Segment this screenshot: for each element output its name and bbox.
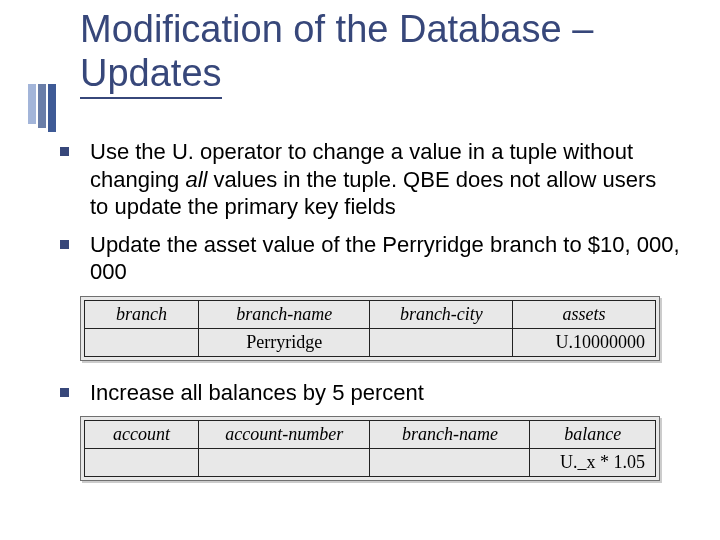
bullet-1-italic: all xyxy=(185,167,207,192)
table-header: account xyxy=(85,421,199,449)
title-line-1: Modification of the Database – xyxy=(80,8,593,50)
qbe-table-2: account account-number branch-name balan… xyxy=(84,420,656,477)
table-header: account-number xyxy=(199,421,370,449)
bullet-3: Increase all balances by 5 percent xyxy=(60,379,680,407)
table-header: balance xyxy=(530,421,656,449)
table-row: account account-number branch-name balan… xyxy=(85,421,656,449)
table-row: Perryridge U.10000000 xyxy=(85,328,656,356)
qbe-table-2-wrap: account account-number branch-name balan… xyxy=(80,416,660,481)
table-header: branch-name xyxy=(370,421,530,449)
bullet-1: Use the U. operator to change a value in… xyxy=(60,138,680,221)
table-header: assets xyxy=(513,300,656,328)
bullet-2-text: Update the asset value of the Perryridge… xyxy=(90,232,680,285)
title-accent-bars xyxy=(28,84,56,132)
table-cell xyxy=(199,449,370,477)
table-cell xyxy=(85,449,199,477)
table-cell: U.10000000 xyxy=(513,328,656,356)
table-cell: Perryridge xyxy=(199,328,370,356)
table-cell xyxy=(370,449,530,477)
table-cell xyxy=(85,328,199,356)
table-header: branch xyxy=(85,300,199,328)
table-cell: U._x * 1.05 xyxy=(530,449,656,477)
table-cell xyxy=(370,328,513,356)
table-header: branch-city xyxy=(370,300,513,328)
table-header: branch-name xyxy=(199,300,370,328)
qbe-table-1: branch branch-name branch-city assets Pe… xyxy=(84,300,656,357)
bullet-list: Use the U. operator to change a value in… xyxy=(60,138,680,286)
bullet-list-2: Increase all balances by 5 percent xyxy=(60,379,680,407)
slide: Modification of the Database – Updates U… xyxy=(0,0,720,540)
title-line-2: Updates xyxy=(80,52,222,100)
slide-body: Use the U. operator to change a value in… xyxy=(60,138,680,499)
table-row: U._x * 1.05 xyxy=(85,449,656,477)
bullet-3-text: Increase all balances by 5 percent xyxy=(90,380,424,405)
slide-title: Modification of the Database – Updates xyxy=(80,8,700,99)
bullet-2: Update the asset value of the Perryridge… xyxy=(60,231,680,286)
table-row: branch branch-name branch-city assets xyxy=(85,300,656,328)
qbe-table-1-wrap: branch branch-name branch-city assets Pe… xyxy=(80,296,660,361)
